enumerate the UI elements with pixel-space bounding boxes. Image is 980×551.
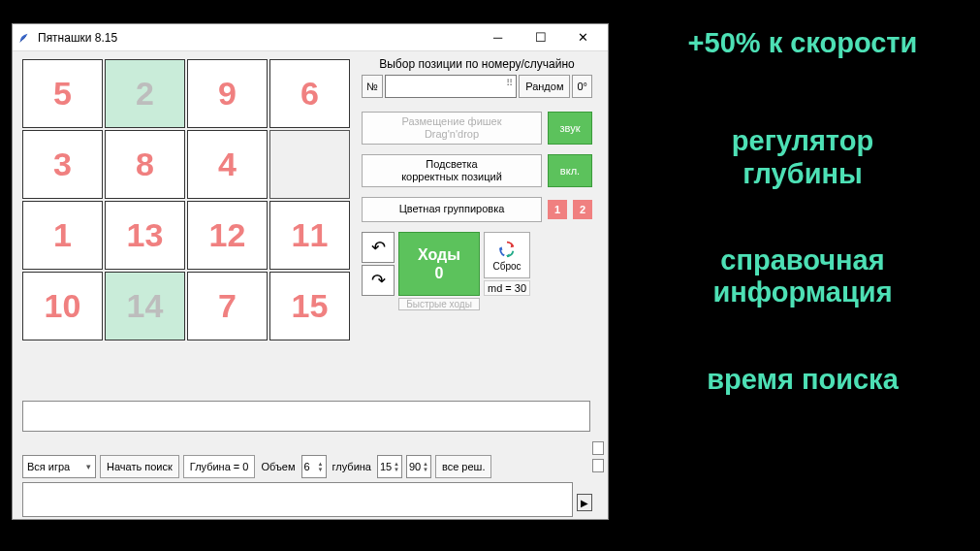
- scope-value: Вся игра: [27, 461, 70, 472]
- number-button[interactable]: №: [362, 75, 383, 98]
- tile-9[interactable]: 9: [187, 59, 268, 128]
- maximize-button[interactable]: ☐: [519, 25, 561, 50]
- selector-row: № Рандом 0°: [362, 75, 592, 98]
- tile-5[interactable]: 5: [22, 59, 103, 128]
- tile-15[interactable]: 15: [269, 272, 350, 340]
- depth3-value: 90: [409, 461, 421, 472]
- client-area: 529638411312111014715 Выбор позиции по н…: [13, 51, 608, 519]
- reset-column: Сброс md = 30: [484, 232, 530, 296]
- recycle-icon: [496, 239, 518, 260]
- reset-label: Сброс: [492, 261, 521, 272]
- scope-select[interactable]: Вся игра ▾: [22, 455, 96, 478]
- tile-12[interactable]: 12: [187, 201, 268, 270]
- moves-counter: Ходы 0: [398, 232, 480, 296]
- group-2-badge[interactable]: 2: [573, 200, 592, 219]
- sound-badge[interactable]: звук: [548, 112, 592, 145]
- tile-8[interactable]: 8: [105, 130, 185, 199]
- feather-icon: [16, 30, 32, 46]
- puzzle-board: 529638411312111014715: [22, 59, 350, 340]
- colorgroup-button[interactable]: Цветная группировка: [362, 197, 542, 222]
- play-button[interactable]: ▶: [577, 494, 592, 511]
- all-solutions-button[interactable]: все реш.: [435, 455, 492, 478]
- right-column: Выбор позиции по номеру/случайно № Рандо…: [362, 57, 592, 315]
- spinner-arrows-icon: ▲▼: [318, 461, 324, 472]
- tile-13[interactable]: 13: [105, 201, 185, 270]
- start-search-button[interactable]: Начать поиск: [100, 455, 179, 478]
- tile-7[interactable]: 7: [187, 272, 268, 340]
- undo-column: ↶ ↷: [362, 232, 395, 296]
- close-button[interactable]: ✕: [561, 25, 604, 50]
- copy-icon[interactable]: [592, 441, 604, 455]
- annotation-time: время поиска: [638, 364, 967, 396]
- placement-label: Размещение фишекDrag'n'drop: [401, 115, 501, 141]
- tile-3[interactable]: 3: [22, 130, 103, 199]
- moves-value: 0: [435, 264, 444, 282]
- fast-moves-button[interactable]: Быстрые ходы: [398, 298, 480, 310]
- highlight-row: Подсветкакорректных позиций вкл.: [362, 154, 592, 187]
- tile-1[interactable]: 1: [22, 201, 103, 270]
- search-bar: Вся игра ▾ Начать поиск Глубина = 0 Объе…: [22, 455, 590, 478]
- log-output-1[interactable]: [22, 401, 590, 432]
- depth3-spinner[interactable]: 90 ▲▼: [406, 455, 431, 478]
- highlight-button[interactable]: Подсветкакорректных позиций: [362, 154, 542, 187]
- empty-tile: [269, 130, 350, 199]
- tile-4[interactable]: 4: [187, 130, 268, 199]
- volume-value: 6: [304, 461, 310, 472]
- on-badge[interactable]: вкл.: [548, 154, 592, 187]
- tile-6[interactable]: 6: [269, 59, 350, 128]
- tile-10[interactable]: 10: [22, 272, 103, 340]
- fast-row: Быстрые ходы: [362, 298, 592, 315]
- tile-2[interactable]: 2: [105, 59, 185, 128]
- redo-button[interactable]: ↷: [362, 265, 395, 296]
- side-annotations: +50% к скорости регулятор глубины справо…: [638, 27, 967, 396]
- position-input[interactable]: [385, 75, 517, 98]
- chevron-down-icon: ▾: [86, 462, 91, 471]
- spinner-arrows-icon: ▲▼: [394, 461, 399, 472]
- random-button[interactable]: Рандом: [519, 75, 570, 98]
- undo-button[interactable]: ↶: [362, 232, 395, 263]
- colorgroup-badges: 1 2: [548, 197, 592, 222]
- minimize-button[interactable]: ─: [476, 25, 519, 50]
- depth2-spinner[interactable]: 15 ▲▼: [377, 455, 402, 478]
- md-label: md = 30: [484, 280, 530, 296]
- volume-label: Объем: [259, 455, 297, 478]
- log-output-2[interactable]: [22, 482, 573, 517]
- depth2-value: 15: [380, 461, 392, 472]
- copy-icon[interactable]: [592, 459, 604, 472]
- window-title: Пятнашки 8.15: [38, 31, 476, 45]
- placement-button[interactable]: Размещение фишекDrag'n'drop: [362, 112, 542, 145]
- annotation-depth: регулятор глубины: [638, 125, 967, 190]
- control-row: ↶ ↷ Ходы 0: [362, 232, 592, 296]
- highlight-label: Подсветкакорректных позиций: [401, 158, 502, 183]
- selector-heading: Выбор позиции по номеру/случайно: [362, 57, 592, 71]
- tile-11[interactable]: 11: [269, 201, 350, 270]
- reset-button[interactable]: Сброс: [484, 232, 530, 278]
- annotation-speed: +50% к скорости: [638, 27, 967, 59]
- titlebar: Пятнашки 8.15 ─ ☐ ✕: [13, 24, 608, 51]
- depth-display: Глубина = 0: [183, 455, 256, 478]
- moves-label: Ходы: [418, 245, 460, 264]
- tile-14[interactable]: 14: [105, 272, 185, 340]
- app-window: Пятнашки 8.15 ─ ☐ ✕ 52963841131211101471…: [12, 23, 609, 520]
- placement-row: Размещение фишекDrag'n'drop звук: [362, 112, 592, 145]
- volume-spinner[interactable]: 6 ▲▼: [301, 455, 327, 478]
- colorgroup-row: Цветная группировка 1 2: [362, 197, 592, 222]
- spinner-arrows-icon: ▲▼: [423, 461, 428, 472]
- annotation-reference: справочная информация: [638, 244, 967, 309]
- group-1-badge[interactable]: 1: [548, 200, 567, 219]
- window-buttons: ─ ☐ ✕: [476, 25, 604, 50]
- depth2-label: глубина: [331, 455, 373, 478]
- rotate-button[interactable]: 0°: [572, 75, 592, 98]
